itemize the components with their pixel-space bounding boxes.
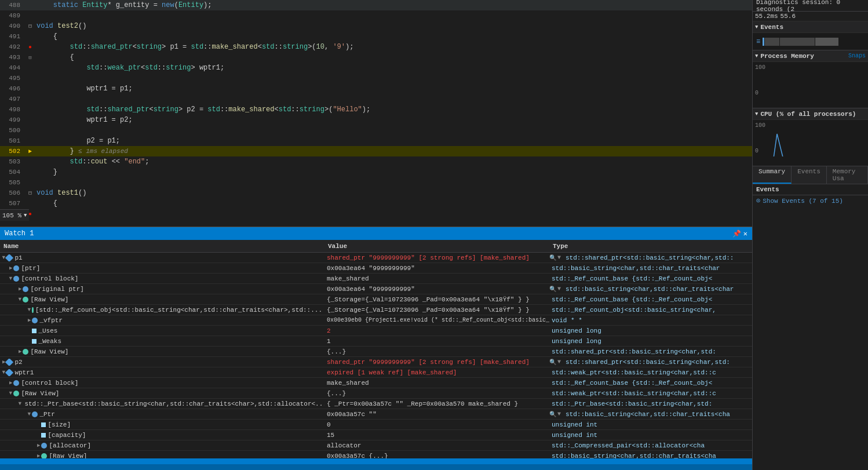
expand-icon-raw1[interactable]: ▶ bbox=[17, 298, 23, 301]
watch-row-ptr[interactable]: ▶ [ptr] 0x00a3ea64 "9999999999" std::bas… bbox=[0, 263, 752, 274]
watch-col-type: Type bbox=[549, 243, 752, 250]
watch-row-p2[interactable]: ▶ p2 shared_ptr "9999999999" [2 strong r… bbox=[0, 357, 752, 367]
expand-icon-raw2[interactable]: ▶ bbox=[19, 348, 21, 355]
show-events-label[interactable]: Show Events (7 of 15) bbox=[763, 198, 843, 205]
watch-cell-name-p2: ▶ p2 bbox=[0, 359, 324, 366]
code-content-507: { bbox=[34, 199, 752, 207]
code-panel: 488 static Entity* g_entity = new(Entity… bbox=[0, 0, 752, 470]
watch-rows[interactable]: ▶ p1 shared_ptr "9999999999" [2 strong r… bbox=[0, 253, 752, 458]
watch-row-original-ptr[interactable]: ▶ [original ptr] 0x00a3ea64 "9999999999"… bbox=[0, 284, 752, 294]
zoom-dropdown-icon[interactable]: ▼ bbox=[24, 213, 27, 218]
expand-icon-vfptr[interactable]: ▶ bbox=[28, 317, 31, 323]
expand-icon-original[interactable]: ▶ bbox=[19, 286, 21, 292]
expand-icon-allocator[interactable]: ▶ bbox=[37, 442, 40, 449]
watch-row-raw-wptr[interactable]: ▶ [Raw View] {...} std::weak_ptr<std::ba… bbox=[0, 388, 752, 399]
watch-cell-value-raw2: {...} bbox=[324, 348, 549, 355]
watch-row-ptr-base[interactable]: ▶ std::_Ptr_base<std::basic_string<char,… bbox=[0, 399, 752, 409]
dropdown-icon-original[interactable]: ▼ bbox=[557, 286, 561, 292]
timer-val-1: 55.2ms bbox=[755, 13, 778, 20]
watch-row-weaks[interactable]: ▶ _Weaks 1 unsigned long bbox=[0, 336, 752, 347]
expand-icon-ptr-field[interactable]: ▶ bbox=[26, 413, 32, 416]
watch-row-allocator[interactable]: ▶ [allocator] allocator std::_Compressed… bbox=[0, 440, 752, 451]
code-line-495: 495 bbox=[0, 73, 752, 83]
watch-scrollbar[interactable] bbox=[0, 464, 752, 470]
watch-row-capacity[interactable]: ▶ [capacity] 15 unsigned int bbox=[0, 430, 752, 440]
icon-vfptr bbox=[32, 318, 38, 323]
watch-pin-icon[interactable]: 📌 bbox=[732, 229, 741, 238]
watch-cell-name-raw1: ▶ [Raw View] bbox=[0, 296, 324, 303]
watch-row-ref-count[interactable]: ▶ [std::_Ref_count_obj<std::basic_string… bbox=[0, 305, 752, 315]
watch-row-uses[interactable]: ▶ _Uses 2 unsigned long bbox=[0, 326, 752, 336]
cpu-chart-label-100: 100 bbox=[755, 122, 765, 129]
watch-cell-name-uses: ▶ _Uses bbox=[0, 327, 324, 334]
collapse-icon-490[interactable]: ⊟ bbox=[28, 23, 32, 30]
indicator-490: ⊟ bbox=[26, 22, 34, 30]
icon-p1 bbox=[5, 254, 13, 261]
watch-cell-name-raw-inner: ▶ [Raw View] bbox=[0, 453, 324, 459]
tab-memory-usage[interactable]: Memory Usa bbox=[827, 166, 868, 184]
magnify-icon-p2[interactable]: 🔍 bbox=[549, 359, 556, 366]
line-number-498: 498 bbox=[0, 106, 26, 113]
cpu-section-header[interactable]: ▼ CPU (% of all processors) bbox=[753, 108, 868, 120]
events-section-header[interactable]: ▼ Events bbox=[753, 21, 868, 33]
expand-icon-ptrbase[interactable]: ▶ bbox=[17, 402, 23, 405]
watch-row-vfptr[interactable]: ▶ _vfptr 0x00e39eb0 {Project1.exe!void (… bbox=[0, 315, 752, 326]
watch-cell-type-control: std::_Ref_count_base {std::_Ref_count_ob… bbox=[549, 275, 752, 282]
expand-icon-control-wptr[interactable]: ▶ bbox=[9, 380, 12, 386]
expand-icon-ptr[interactable]: ▶ bbox=[9, 265, 12, 271]
code-line-506: 506 ⊟ void test1() bbox=[0, 188, 752, 198]
code-line-498: 498 std::shared_ptr<string> p2 = std::ma… bbox=[0, 104, 752, 115]
watch-cell-name-capacity: ▶ [capacity] bbox=[0, 432, 324, 439]
indicator-493: ⊟ bbox=[26, 53, 34, 61]
watch-cell-type-capacity: unsigned int bbox=[549, 432, 752, 439]
watch-row-size[interactable]: ▶ [size] 0 unsigned int bbox=[0, 420, 752, 430]
code-content-494: std::weak_ptr<std::string> wptr1; bbox=[34, 64, 752, 72]
watch-row-raw-view-2[interactable]: ▶ [Raw View] {...} std::shared_ptr<std::… bbox=[0, 347, 752, 357]
tab-summary[interactable]: Summary bbox=[753, 166, 792, 184]
watch-row-p1[interactable]: ▶ p1 shared_ptr "9999999999" [2 strong r… bbox=[0, 253, 752, 263]
watch-bottom-bar bbox=[0, 458, 752, 470]
code-line-494: 494 std::weak_ptr<std::string> wptr1; bbox=[0, 63, 752, 73]
tab-events[interactable]: Events bbox=[792, 166, 827, 184]
watch-cell-value-weaks: 1 bbox=[324, 338, 549, 345]
magnify-icon-p1[interactable]: 🔍 bbox=[549, 254, 556, 261]
dropdown-icon-ptr-field[interactable]: ▼ bbox=[557, 411, 561, 417]
expand-icon-raw-inner[interactable]: ▶ bbox=[37, 453, 40, 458]
dropdown-icon-p1[interactable]: ▼ bbox=[557, 254, 561, 261]
line-number-500: 500 bbox=[0, 127, 26, 134]
watch-row-raw-view-1[interactable]: ▶ [Raw View] {_Storage={_Val=10723096 _P… bbox=[0, 294, 752, 305]
snapshot-action[interactable]: Snaps bbox=[848, 53, 866, 59]
watch-close-icon[interactable]: ✕ bbox=[743, 229, 747, 238]
breakpoint-icon-492[interactable]: ● bbox=[28, 44, 32, 50]
icon-capacity bbox=[41, 433, 46, 438]
watch-cell-value-allocator: allocator bbox=[324, 442, 549, 449]
watch-cell-value-ptrbase: { _Ptr=0x00a3a57c "" _Rep=0x00a3a570 mak… bbox=[324, 400, 549, 407]
watch-col-name: Name bbox=[0, 243, 324, 250]
icon-control-wptr bbox=[13, 380, 19, 386]
event-bar-2 bbox=[780, 38, 815, 46]
expand-icon-refcount[interactable]: ▶ bbox=[26, 308, 32, 311]
cpu-chart: 100 0 bbox=[753, 120, 868, 166]
watch-cell-type-ptrbase: std::_Ptr_base<std::basic_string<char,st… bbox=[549, 400, 752, 407]
watch-row-ptr-field[interactable]: ▶ _Ptr 0x00a3a57c "" 🔍 ▼ std::basic_stri… bbox=[0, 409, 752, 420]
collapse-icon-493[interactable]: ⊟ bbox=[28, 55, 31, 61]
watch-row-wptr1[interactable]: ▶ wptr1 expired [1 weak ref] [make_share… bbox=[0, 367, 752, 378]
expand-icon-raw-wptr[interactable]: ▶ bbox=[8, 392, 14, 395]
process-memory-header[interactable]: ▼ Process Memory Snaps bbox=[753, 50, 868, 62]
icon-allocator bbox=[41, 443, 47, 449]
collapse-icon-506[interactable]: ⊟ bbox=[28, 190, 32, 196]
expand-icon-control[interactable]: ▶ bbox=[8, 277, 14, 280]
code-content-503: std::cout << "end"; bbox=[34, 158, 752, 166]
magnify-icon-original[interactable]: 🔍 bbox=[549, 286, 556, 293]
watch-row-control-block-wptr[interactable]: ▶ [control block] make_shared std::_Ref_… bbox=[0, 378, 752, 388]
line-number-489: 489 bbox=[0, 12, 26, 19]
magnify-icon-ptr-field[interactable]: 🔍 bbox=[549, 411, 556, 418]
icon-original bbox=[23, 286, 28, 292]
events-filter-icon: ≡ bbox=[756, 38, 760, 46]
watch-col-value: Value bbox=[324, 243, 549, 250]
watch-row-raw-view-inner[interactable]: ▶ [Raw View] 0x00a3a57c {...} std::basic… bbox=[0, 451, 752, 458]
watch-row-control-block[interactable]: ▶ [control block] make_shared std::_Ref_… bbox=[0, 274, 752, 284]
code-line-496: 496 wptr1 = p1; bbox=[0, 83, 752, 94]
dropdown-icon-p2[interactable]: ▼ bbox=[557, 359, 561, 365]
watch-title: Watch 1 bbox=[5, 229, 34, 238]
